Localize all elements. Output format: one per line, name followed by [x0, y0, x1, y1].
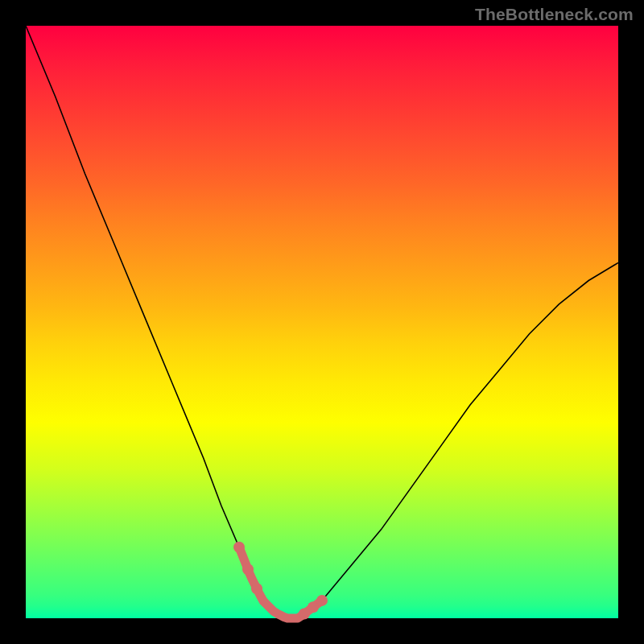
highlight-dot	[233, 542, 245, 553]
chart-canvas: TheBottleneck.com	[0, 0, 644, 644]
plot-area	[26, 26, 618, 618]
highlight-dot	[242, 564, 254, 575]
highlight-dot	[299, 609, 310, 620]
highlight-dot	[251, 583, 262, 594]
watermark-text: TheBottleneck.com	[475, 5, 634, 24]
bottleneck-curve	[26, 26, 618, 620]
main-curve-path	[26, 26, 618, 618]
curve-svg	[26, 26, 618, 618]
highlight-dot	[316, 595, 328, 606]
highlight-dots	[233, 542, 328, 620]
